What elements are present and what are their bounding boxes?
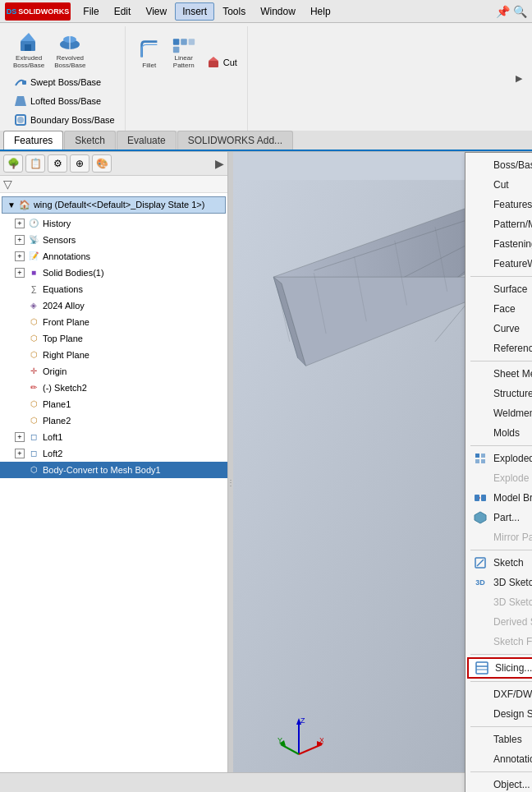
tab-features[interactable]: Features [3,131,63,150]
tree-item-plane2[interactable]: ⬡ Plane2 [0,412,227,429]
tree-item-top-plane[interactable]: ⬡ Top Plane [0,330,227,347]
equations-icon: ∑ [27,283,40,296]
tree-item-body-convert[interactable]: ⬡ Body-Convert to Mesh Body1 [0,462,227,478]
menu-entry-sketch[interactable]: Sketch [466,553,532,573]
front-plane-label: Front Plane [43,317,89,327]
tree-item-equations[interactable]: ∑ Equations [0,281,227,297]
tree-item-front-plane[interactable]: ⬡ Front Plane [0,314,227,330]
menu-entry-slicing[interactable]: Slicing... ? [467,657,532,679]
menu-icons-right: 📌 🔍 [496,5,527,18]
tree-item-sketch2[interactable]: ✏ (-) Sketch2 [0,380,227,396]
property-manager-btn[interactable]: 📋 [25,154,45,173]
tab-evaluate[interactable]: Evaluate [117,131,177,150]
config-manager-btn[interactable]: ⚙ [48,154,67,173]
svg-rect-14 [209,61,218,67]
revolved-boss-base-button[interactable]: RevolvedBoss/Base [51,28,89,71]
extruded-boss-base-button[interactable]: ExtrudedBoss/Base [10,28,48,71]
viewport: Z X Y Boss/Base ▶ [233,152,532,792]
menu-entry-tables[interactable]: Tables ▶ [466,730,532,749]
fillet-button[interactable]: Fillet [134,35,165,71]
menu-entry-featureworks[interactable]: FeatureWorks ▶ [466,254,532,274]
part-menu-icon [472,511,488,524]
menu-entry-dxf-dwg[interactable]: DXF/DWG... [466,684,532,704]
sketch-menu-label: Sketch [493,557,524,569]
tree-item-plane1[interactable]: ⬡ Plane1 [0,396,227,412]
tree-item-origin[interactable]: ✛ Origin [0,363,227,380]
menu-entry-features[interactable]: Features ▶ [466,195,532,214]
menu-entry-molds[interactable]: Molds ▶ [466,423,532,443]
tree-root[interactable]: ▼ 🏠 wing (Default<<Default>_Display Stat… [2,196,226,214]
menu-help[interactable]: Help [304,3,337,20]
panel-toolbar: 🌳 📋 ⚙ ⊕ 🎨 ▶ [0,152,227,176]
cut-menu-icon [472,178,488,191]
menu-entry-model-break-view[interactable]: Model Break View... [466,488,532,508]
filter-bar: ▽ [0,176,227,193]
menu-tools[interactable]: Tools [216,3,252,20]
linear-pattern-button[interactable]: LinearPattern [168,28,200,71]
annotations-expand[interactable] [15,251,25,261]
panel-collapse-arrow[interactable]: ▶ [215,157,224,170]
menu-entry-sheet-metal[interactable]: Sheet Metal ▶ [466,364,532,384]
pin-icon[interactable]: 📌 [496,5,510,18]
menu-entry-boss-base[interactable]: Boss/Base ▶ [466,155,532,175]
menu-entry-weldments[interactable]: Weldments ▶ [466,403,532,423]
solid-bodies-expand[interactable] [15,268,25,278]
pattern-mirror-icon [472,218,488,231]
menu-entry-derived-sketch: Derived Sketch [466,612,532,632]
history-expand[interactable] [15,219,25,228]
menu-entry-object[interactable]: Object... [466,775,532,792]
menu-file[interactable]: File [76,3,105,20]
equations-label: Equations [43,284,83,294]
menu-view[interactable]: View [139,3,173,20]
molds-icon [472,426,488,440]
tab-solidworks-add[interactable]: SOLIDWORKS Add... [177,131,293,150]
swept-boss-base-button[interactable]: Swept Boss/Base [10,73,118,91]
menu-entry-face[interactable]: Face ▶ [466,299,532,319]
derived-sketch-label: Derived Sketch [493,616,532,628]
tab-sketch[interactable]: Sketch [64,131,116,150]
sensors-expand[interactable] [15,235,25,245]
menu-entry-part[interactable]: Part... [466,508,532,527]
menu-entry-exploded-view[interactable]: Exploded View... [466,449,532,468]
menu-insert[interactable]: Insert [175,2,214,21]
dxf-icon [472,688,488,701]
tree-item-right-plane[interactable]: ⬡ Right Plane [0,347,227,363]
menu-entry-structure-system[interactable]: Structure System ▶ [466,384,532,403]
toolbar-right: ▶ [250,26,529,131]
search-icon[interactable]: 🔍 [513,5,527,18]
menu-entry-curve[interactable]: Curve ▶ [466,319,532,338]
lofted-boss-base-button[interactable]: Lofted Boss/Base [10,92,118,110]
loft1-expand[interactable] [15,432,25,442]
features-menu-label: Features [493,199,532,210]
sketch-drawing-label: Sketch From Drawing [493,636,532,647]
dropdown-overlay[interactable]: Boss/Base ▶ Cut ▶ Features ▶ Pattern/Mir… [233,152,532,792]
menu-entry-pattern-mirror[interactable]: Pattern/Mirror ▶ [466,214,532,234]
dimxpert-btn[interactable]: ⊕ [70,154,89,173]
tree-item-annotations[interactable]: 📝 Annotations [0,248,227,265]
menu-entry-3d-sketch[interactable]: 3D 3D Sketch [466,573,532,592]
menu-entry-surface[interactable]: Surface ▶ [466,279,532,299]
sep1 [470,276,532,277]
menu-entry-fastening-feature[interactable]: Fastening Feature ▶ [466,234,532,254]
menu-window[interactable]: Window [254,3,302,20]
menu-entry-design-study[interactable]: Design Study ▶ [466,704,532,724]
tree-item-loft2[interactable]: ◻ Loft2 [0,445,227,462]
tree-item-sensors[interactable]: 📡 Sensors [0,232,227,248]
tables-icon [472,733,488,746]
menu-edit[interactable]: Edit [108,3,138,20]
menu-entry-annotations[interactable]: Annotations ▶ [466,749,532,769]
tree-item-solid-bodies[interactable]: ■ Solid Bodies(1) [0,265,227,281]
tree-root-expand[interactable]: ▼ [7,200,16,210]
tree-item-history[interactable]: 🕐 History [0,215,227,232]
cut-button[interactable]: Cut [203,53,241,71]
display-manager-btn[interactable]: 🎨 [92,154,112,173]
loft2-expand[interactable] [15,449,25,458]
menu-entry-reference-geometry[interactable]: Reference Geometry ▶ [466,338,532,358]
filter-icon[interactable]: ▽ [3,177,12,191]
feature-manager-btn[interactable]: 🌳 [3,154,23,173]
svg-rect-41 [481,454,485,458]
tree-item-material[interactable]: ◈ 2024 Alloy [0,297,227,314]
tree-item-loft1[interactable]: ◻ Loft1 [0,429,227,445]
boundary-boss-base-button[interactable]: Boundary Boss/Base [10,111,118,129]
menu-entry-cut[interactable]: Cut ▶ [466,175,532,195]
